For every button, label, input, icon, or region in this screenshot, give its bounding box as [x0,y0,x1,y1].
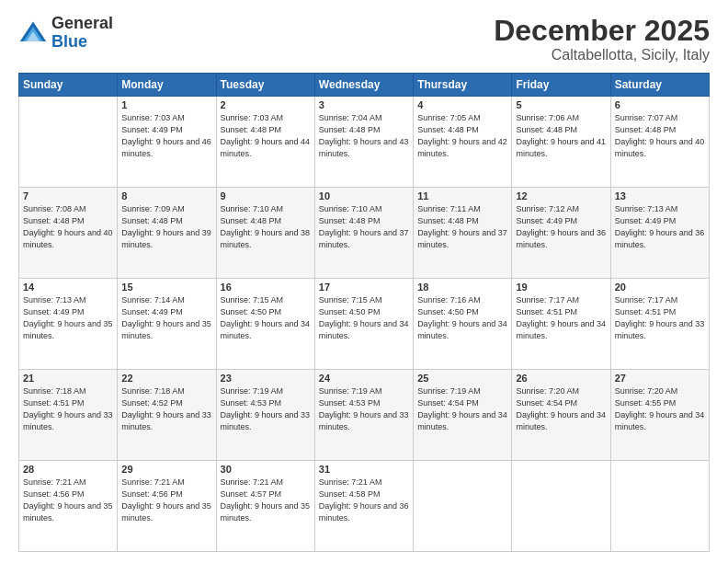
day-info: Sunrise: 7:15 AMSunset: 4:50 PMDaylight:… [221,294,311,342]
calendar-cell: 21Sunrise: 7:18 AMSunset: 4:51 PMDayligh… [19,370,118,461]
day-number: 26 [516,373,606,384]
day-info: Sunrise: 7:11 AMSunset: 4:48 PMDaylight:… [417,203,507,251]
calendar-cell: 8Sunrise: 7:09 AMSunset: 4:48 PMDaylight… [118,188,216,279]
calendar-header-row: SundayMondayTuesdayWednesdayThursdayFrid… [19,74,710,97]
calendar-cell: 14Sunrise: 7:13 AMSunset: 4:49 PMDayligh… [19,279,118,370]
day-number: 20 [615,282,705,293]
calendar-cell: 17Sunrise: 7:15 AMSunset: 4:50 PMDayligh… [314,279,413,370]
calendar-cell: 4Sunrise: 7:05 AMSunset: 4:48 PMDaylight… [414,97,512,188]
calendar-cell: 3Sunrise: 7:04 AMSunset: 4:48 PMDaylight… [314,97,413,188]
calendar-cell: 5Sunrise: 7:06 AMSunset: 4:48 PMDaylight… [512,97,610,188]
day-number: 29 [121,464,211,475]
day-info: Sunrise: 7:21 AMSunset: 4:56 PMDaylight:… [23,477,113,524]
day-info: Sunrise: 7:21 AMSunset: 4:58 PMDaylight:… [319,477,409,524]
col-header-monday: Monday [118,74,216,97]
day-number: 5 [516,99,606,110]
day-number: 18 [417,282,507,293]
calendar-cell: 20Sunrise: 7:17 AMSunset: 4:51 PMDayligh… [610,279,709,370]
calendar-cell: 12Sunrise: 7:12 AMSunset: 4:49 PMDayligh… [512,188,610,279]
col-header-wednesday: Wednesday [314,74,413,97]
day-info: Sunrise: 7:18 AMSunset: 4:52 PMDaylight:… [121,385,211,433]
day-number: 30 [221,464,311,475]
calendar-cell: 1Sunrise: 7:03 AMSunset: 4:49 PMDaylight… [118,97,216,188]
calendar-cell: 2Sunrise: 7:03 AMSunset: 4:48 PMDaylight… [216,97,314,188]
day-info: Sunrise: 7:21 AMSunset: 4:57 PMDaylight:… [221,477,311,524]
calendar-cell: 23Sunrise: 7:19 AMSunset: 4:53 PMDayligh… [216,370,314,461]
col-header-sunday: Sunday [19,74,118,97]
day-number: 3 [319,99,409,110]
calendar-cell [19,97,118,188]
calendar-cell: 25Sunrise: 7:19 AMSunset: 4:54 PMDayligh… [414,370,512,461]
logo: General Blue [18,15,113,52]
calendar-cell: 15Sunrise: 7:14 AMSunset: 4:49 PMDayligh… [118,279,216,370]
calendar-cell [414,461,512,552]
calendar-cell: 16Sunrise: 7:15 AMSunset: 4:50 PMDayligh… [216,279,314,370]
calendar-cell: 9Sunrise: 7:10 AMSunset: 4:48 PMDaylight… [216,188,314,279]
day-info: Sunrise: 7:07 AMSunset: 4:48 PMDaylight:… [615,112,705,160]
day-info: Sunrise: 7:14 AMSunset: 4:49 PMDaylight:… [121,294,211,342]
day-info: Sunrise: 7:18 AMSunset: 4:51 PMDaylight:… [23,385,113,433]
day-number: 6 [615,99,705,110]
day-info: Sunrise: 7:10 AMSunset: 4:48 PMDaylight:… [319,203,409,251]
day-number: 28 [23,464,113,475]
logo-text: General Blue [51,15,113,52]
day-info: Sunrise: 7:13 AMSunset: 4:49 PMDaylight:… [23,294,113,342]
calendar-week-3: 14Sunrise: 7:13 AMSunset: 4:49 PMDayligh… [19,279,710,370]
calendar-cell: 13Sunrise: 7:13 AMSunset: 4:49 PMDayligh… [610,188,709,279]
day-info: Sunrise: 7:19 AMSunset: 4:53 PMDaylight:… [319,385,409,433]
calendar-table: SundayMondayTuesdayWednesdayThursdayFrid… [18,73,710,552]
day-info: Sunrise: 7:17 AMSunset: 4:51 PMDaylight:… [615,294,705,342]
page: General Blue December 2025 Caltabellotta… [0,0,728,563]
month-title: December 2025 [494,15,710,47]
day-number: 22 [121,373,211,384]
day-info: Sunrise: 7:17 AMSunset: 4:51 PMDaylight:… [516,294,606,342]
calendar-cell: 24Sunrise: 7:19 AMSunset: 4:53 PMDayligh… [314,370,413,461]
calendar-cell: 29Sunrise: 7:21 AMSunset: 4:56 PMDayligh… [118,461,216,552]
day-info: Sunrise: 7:19 AMSunset: 4:53 PMDaylight:… [221,385,311,433]
calendar-cell: 18Sunrise: 7:16 AMSunset: 4:50 PMDayligh… [414,279,512,370]
day-number: 31 [319,464,409,475]
calendar-cell: 27Sunrise: 7:20 AMSunset: 4:55 PMDayligh… [610,370,709,461]
day-info: Sunrise: 7:19 AMSunset: 4:54 PMDaylight:… [417,385,507,433]
day-info: Sunrise: 7:10 AMSunset: 4:48 PMDaylight:… [221,203,311,251]
day-info: Sunrise: 7:06 AMSunset: 4:48 PMDaylight:… [516,112,606,160]
col-header-friday: Friday [512,74,610,97]
day-number: 8 [121,190,211,201]
day-info: Sunrise: 7:13 AMSunset: 4:49 PMDaylight:… [615,203,705,251]
day-info: Sunrise: 7:21 AMSunset: 4:56 PMDaylight:… [121,477,211,524]
day-number: 13 [615,190,705,201]
day-info: Sunrise: 7:03 AMSunset: 4:49 PMDaylight:… [121,112,211,160]
day-info: Sunrise: 7:05 AMSunset: 4:48 PMDaylight:… [417,112,507,160]
day-info: Sunrise: 7:08 AMSunset: 4:48 PMDaylight:… [23,203,113,251]
day-number: 1 [121,99,211,110]
day-number: 23 [221,373,311,384]
day-info: Sunrise: 7:09 AMSunset: 4:48 PMDaylight:… [121,203,211,251]
calendar-week-4: 21Sunrise: 7:18 AMSunset: 4:51 PMDayligh… [19,370,710,461]
calendar-cell: 10Sunrise: 7:10 AMSunset: 4:48 PMDayligh… [314,188,413,279]
header: General Blue December 2025 Caltabellotta… [18,15,710,63]
day-number: 25 [417,373,507,384]
day-number: 15 [121,282,211,293]
calendar-week-5: 28Sunrise: 7:21 AMSunset: 4:56 PMDayligh… [19,461,710,552]
calendar-week-2: 7Sunrise: 7:08 AMSunset: 4:48 PMDaylight… [19,188,710,279]
day-number: 19 [516,282,606,293]
day-info: Sunrise: 7:12 AMSunset: 4:49 PMDaylight:… [516,203,606,251]
logo-blue: Blue [51,33,113,52]
calendar-cell: 6Sunrise: 7:07 AMSunset: 4:48 PMDaylight… [610,97,709,188]
day-number: 14 [23,282,113,293]
logo-icon [18,18,48,48]
calendar-cell: 31Sunrise: 7:21 AMSunset: 4:58 PMDayligh… [314,461,413,552]
col-header-tuesday: Tuesday [216,74,314,97]
calendar-cell: 28Sunrise: 7:21 AMSunset: 4:56 PMDayligh… [19,461,118,552]
day-number: 24 [319,373,409,384]
day-number: 9 [221,190,311,201]
day-info: Sunrise: 7:20 AMSunset: 4:54 PMDaylight:… [516,385,606,433]
day-number: 11 [417,190,507,201]
col-header-thursday: Thursday [414,74,512,97]
calendar-week-1: 1Sunrise: 7:03 AMSunset: 4:49 PMDaylight… [19,97,710,188]
location: Caltabellotta, Sicily, Italy [494,47,710,63]
col-header-saturday: Saturday [610,74,709,97]
logo-general: General [51,15,113,33]
calendar-cell: 22Sunrise: 7:18 AMSunset: 4:52 PMDayligh… [118,370,216,461]
day-number: 17 [319,282,409,293]
